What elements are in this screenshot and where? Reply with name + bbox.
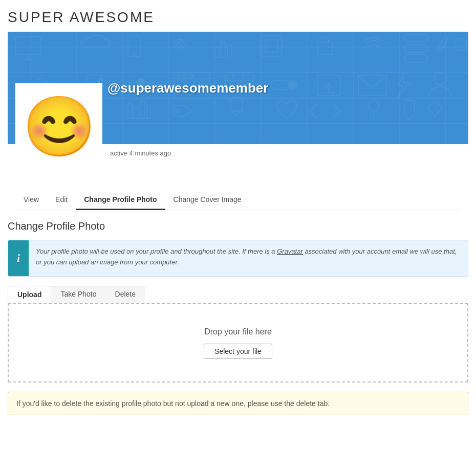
sub-tabs-container: Upload Take Photo Delete: [8, 286, 468, 303]
username: @superawesomemember: [107, 80, 268, 96]
info-text: Your profile photo will be used on your …: [29, 240, 468, 276]
avatar-emoji: 😊: [23, 97, 96, 156]
sub-tab-take-photo[interactable]: Take Photo: [51, 286, 105, 303]
warning-box: If you'd like to delete the existing pro…: [8, 392, 468, 415]
drop-zone-text: Drop your file here: [204, 327, 272, 336]
sub-tab-delete[interactable]: Delete: [106, 286, 145, 303]
tab-change-profile-photo[interactable]: Change Profile Photo: [76, 190, 165, 210]
nav-tabs: View Edit Change Profile Photo Change Co…: [8, 190, 468, 210]
drop-zone[interactable]: Drop your file here Select your file: [8, 303, 468, 382]
active-status: active 4 minutes ago: [110, 149, 171, 157]
main-content: Change Profile Photo i Your profile phot…: [0, 210, 476, 425]
tab-view[interactable]: View: [15, 190, 47, 210]
avatar: 😊: [15, 83, 102, 170]
section-title: Change Profile Photo: [8, 220, 468, 232]
sub-tab-upload[interactable]: Upload: [8, 286, 51, 303]
tab-edit[interactable]: Edit: [47, 190, 76, 210]
info-icon-bar: i: [8, 240, 29, 276]
tab-change-cover-image[interactable]: Change Cover Image: [165, 190, 250, 210]
profile-header: @superawesomemember 😊 active 4 minutes a…: [8, 32, 468, 185]
info-box: i Your profile photo will be used on you…: [8, 240, 468, 277]
svg-point-53: [288, 81, 295, 88]
select-file-button[interactable]: Select your file: [204, 344, 272, 359]
page-title: SUPER AWESOME: [0, 0, 476, 32]
info-icon: i: [17, 253, 20, 264]
